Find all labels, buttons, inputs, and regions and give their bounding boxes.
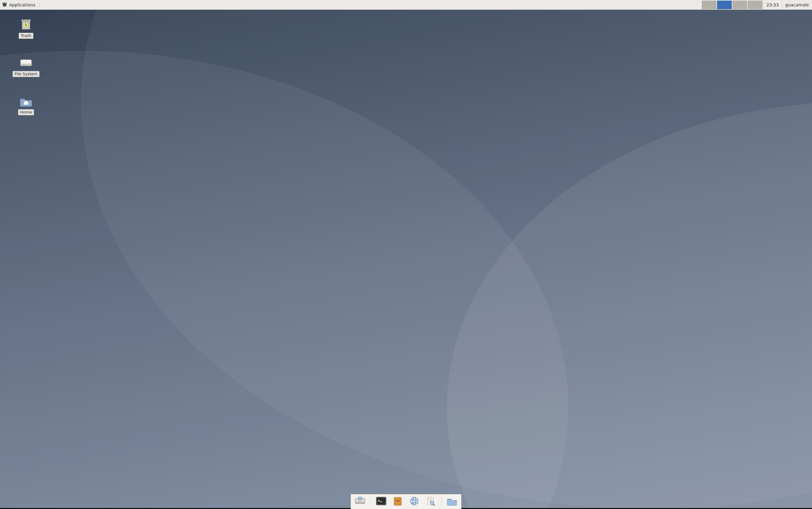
dock-show-desktop[interactable] bbox=[353, 496, 367, 507]
svg-point-26 bbox=[431, 501, 434, 504]
svg-point-3 bbox=[2, 6, 7, 7]
home-folder-icon bbox=[19, 95, 34, 107]
show-desktop-icon bbox=[354, 496, 366, 507]
svg-point-19 bbox=[397, 500, 398, 501]
svg-line-27 bbox=[433, 504, 435, 506]
svg-point-2 bbox=[5, 4, 6, 4]
xfce-logo-icon bbox=[1, 1, 8, 8]
user-menu-label: guacamole bbox=[785, 2, 809, 7]
bottom-dock bbox=[351, 494, 461, 509]
drive-icon bbox=[19, 57, 34, 69]
workspace-switcher bbox=[701, 0, 763, 9]
svg-point-1 bbox=[3, 4, 4, 4]
dock-find-document[interactable] bbox=[424, 496, 438, 507]
desktop-icon-filesystem[interactable]: File System bbox=[9, 57, 43, 77]
applications-menu-label: Applications bbox=[9, 2, 35, 7]
svg-rect-12 bbox=[355, 502, 365, 504]
workspace-4[interactable] bbox=[748, 1, 762, 9]
desktop-icon-label: Trash bbox=[19, 33, 33, 39]
panel-grip[interactable] bbox=[39, 0, 41, 9]
trash-icon bbox=[19, 19, 34, 31]
dock-file-manager[interactable] bbox=[391, 496, 404, 507]
svg-point-20 bbox=[410, 497, 418, 505]
top-panel: Applications 23:33 guacamole bbox=[0, 0, 812, 10]
svg-rect-15 bbox=[377, 498, 385, 504]
dock-terminal[interactable] bbox=[374, 496, 388, 507]
web-browser-icon bbox=[408, 496, 420, 507]
workspace-1[interactable] bbox=[702, 1, 716, 9]
svg-rect-16 bbox=[380, 501, 382, 502]
desktop-icon-trash[interactable]: Trash bbox=[9, 19, 43, 39]
find-document-icon bbox=[425, 496, 437, 507]
svg-rect-13 bbox=[358, 497, 362, 500]
terminal-icon bbox=[375, 496, 387, 507]
desktop-icon-label: File System bbox=[12, 71, 39, 77]
clock[interactable]: 23:33 bbox=[763, 0, 782, 9]
workspace-3[interactable] bbox=[732, 1, 747, 9]
dock-folder[interactable] bbox=[445, 496, 459, 507]
applications-menu[interactable]: Applications bbox=[0, 0, 39, 9]
user-menu[interactable]: guacamole bbox=[782, 0, 812, 9]
svg-rect-5 bbox=[22, 20, 31, 22]
file-manager-icon bbox=[392, 496, 404, 507]
folder-icon bbox=[446, 496, 458, 507]
workspace-2[interactable] bbox=[717, 1, 732, 9]
desktop-icon-label: Home bbox=[18, 109, 34, 115]
desktop[interactable]: Trash File System Home bbox=[0, 0, 812, 509]
svg-rect-9 bbox=[22, 65, 26, 65]
svg-point-10 bbox=[29, 65, 30, 65]
desktop-icon-home[interactable]: Home bbox=[9, 95, 43, 115]
dock-web-browser[interactable] bbox=[408, 496, 421, 507]
clock-time: 23:33 bbox=[767, 2, 779, 7]
